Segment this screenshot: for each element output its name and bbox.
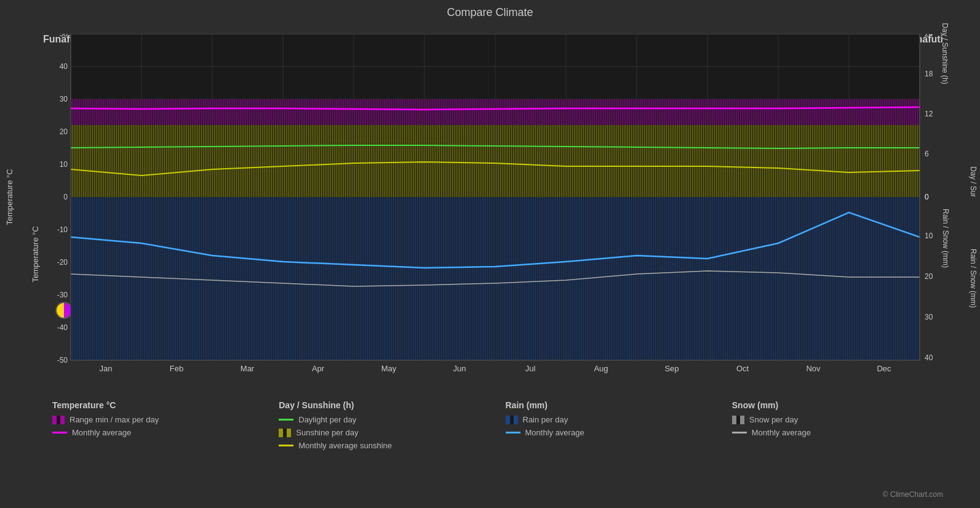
svg-text:-10: -10 — [57, 225, 68, 234]
legend-col-sunshine: Day / Sunshine (h) Daylight per day Suns… — [269, 394, 496, 505]
sunshine-avg-label: Monthly average sunshine — [298, 441, 392, 450]
svg-text:24: 24 — [925, 34, 933, 38]
snow-avg-label: Monthly average — [752, 428, 811, 437]
legend-item-sunshine-avg: Monthly average sunshine — [279, 441, 487, 450]
rain-swatch — [506, 416, 518, 424]
svg-text:Oct: Oct — [736, 364, 749, 373]
legend-col-snow: Snow (mm) Snow per day Monthly average — [723, 394, 949, 505]
svg-text:20: 20 — [925, 272, 933, 281]
svg-text:6: 6 — [925, 150, 929, 158]
svg-text:10: 10 — [925, 232, 933, 240]
svg-text:0: 0 — [925, 193, 929, 201]
rain-avg-label: Monthly average — [525, 428, 584, 437]
svg-text:12: 12 — [925, 110, 933, 118]
svg-text:Jul: Jul — [525, 364, 536, 373]
legend-area: Temperature °C Range min / max per day M… — [43, 394, 949, 505]
legend-title-rain: Rain (mm) — [506, 400, 714, 410]
legend-col-rain: Rain (mm) Rain per day Monthly average — [496, 394, 723, 505]
snow-avg-swatch — [732, 432, 747, 433]
left-axis-svg: Temperature °C — [0, 34, 31, 360]
svg-text:Dec: Dec — [877, 364, 891, 373]
sunshine-swatch — [279, 429, 291, 437]
copyright: © ClimeChart.com — [883, 490, 943, 499]
legend-title-temperature: Temperature °C — [52, 400, 260, 410]
legend-item-rain-day: Rain per day — [506, 415, 714, 424]
temp-range-band — [71, 99, 920, 125]
sunshine-day-label: Sunshine per day — [296, 428, 358, 437]
daylight-swatch — [279, 419, 293, 421]
svg-text:Sep: Sep — [664, 364, 679, 373]
svg-text:Temperature °C: Temperature °C — [5, 169, 14, 225]
snow-day-label: Snow per day — [749, 415, 799, 424]
legend-col-temperature: Temperature °C Range min / max per day M… — [43, 394, 269, 505]
svg-text:Nov: Nov — [806, 364, 821, 373]
svg-text:-40: -40 — [57, 323, 68, 332]
legend-item-snow-day: Snow per day — [732, 415, 940, 424]
month-labels: Jan Feb Mar Apr May Jun Jul Aug Sep Oct … — [100, 364, 892, 373]
temp-range-swatch — [52, 416, 65, 424]
y-axis-left: 50 40 30 20 10 0 -10 -20 -30 -40 -50 — [57, 34, 68, 365]
svg-text:30: 30 — [60, 95, 68, 103]
svg-text:-50: -50 — [57, 356, 68, 365]
svg-text:May: May — [381, 364, 397, 373]
page-title: Compare Climate — [0, 0, 980, 22]
y-axis-right-bottom: 0 10 20 30 40 — [925, 193, 933, 362]
svg-text:0: 0 — [63, 193, 68, 201]
legend-title-sunshine: Day / Sunshine (h) — [279, 400, 487, 410]
legend-item-temp-avg: Monthly average — [52, 428, 260, 437]
svg-text:Apr: Apr — [312, 364, 325, 373]
svg-text:18: 18 — [925, 70, 933, 78]
svg-text:Aug: Aug — [594, 364, 608, 373]
legend-item-temp-range: Range min / max per day — [52, 415, 260, 424]
temp-avg-line-swatch — [52, 432, 67, 433]
sunshine-avg-swatch — [279, 445, 293, 446]
svg-text:40: 40 — [925, 353, 933, 362]
legend-item-sunshine-day: Sunshine per day — [279, 428, 487, 437]
svg-text:Jun: Jun — [453, 364, 466, 373]
rain-day-label: Rain per day — [523, 415, 568, 424]
svg-text:50: 50 — [60, 34, 68, 38]
legend-title-snow: Snow (mm) — [732, 400, 940, 410]
svg-text:Rain / Snow (mm): Rain / Snow (mm) — [969, 249, 978, 308]
legend-item-snow-avg: Monthly average — [732, 428, 940, 437]
main-container: Compare Climate Funafuti Funafuti Temper… — [0, 0, 980, 508]
rain-avg-swatch — [506, 432, 520, 433]
svg-text:Mar: Mar — [241, 364, 255, 373]
svg-text:Jan: Jan — [100, 364, 113, 373]
svg-text:20: 20 — [60, 127, 68, 136]
svg-text:Feb: Feb — [170, 364, 183, 373]
svg-text:Day / Sunshine (h): Day / Sunshine (h) — [969, 166, 978, 197]
svg-text:-20: -20 — [57, 258, 68, 267]
y-axis-right-top: 24 18 12 6 0 — [925, 34, 933, 201]
left-axis-label: Temperature °C — [31, 226, 40, 282]
svg-text:10: 10 — [60, 160, 68, 169]
svg-text:30: 30 — [925, 313, 933, 321]
snow-swatch — [732, 416, 744, 424]
right-axis-top-svg: Day / Sunshine (h) — [949, 34, 980, 197]
svg-text:-30: -30 — [57, 291, 68, 299]
temp-range-label: Range min / max per day — [70, 415, 159, 424]
legend-item-daylight: Daylight per day — [279, 415, 487, 424]
svg-text:40: 40 — [60, 62, 68, 71]
temp-avg-label: Monthly average — [72, 428, 131, 437]
rain-band — [71, 197, 920, 360]
daylight-label: Daylight per day — [298, 415, 356, 424]
chart-svg: 50 40 30 20 10 0 -10 -20 -30 -40 -50 24 … — [40, 34, 944, 391]
right-axis-bottom-svg: Rain / Snow (mm) — [949, 197, 980, 360]
sunshine-band — [71, 125, 920, 199]
legend-item-rain-avg: Monthly average — [506, 428, 714, 437]
